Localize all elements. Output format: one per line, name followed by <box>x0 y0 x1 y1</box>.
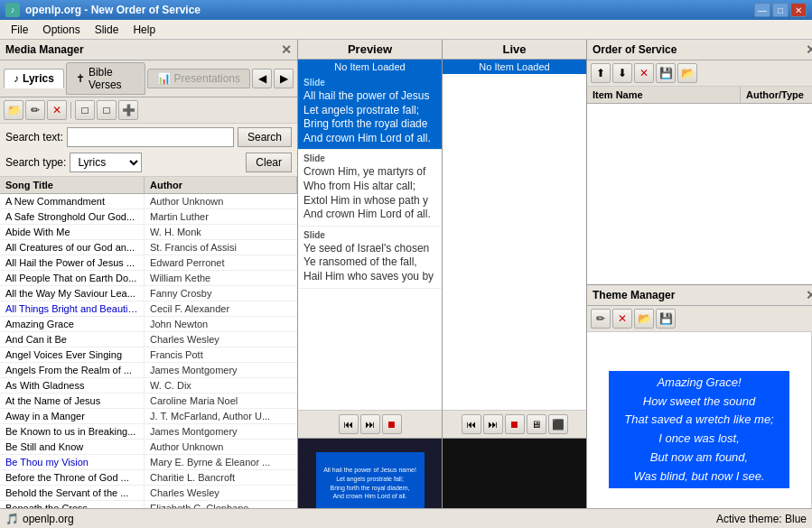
live-screen-button[interactable]: 🖥 <box>527 414 546 434</box>
song-row[interactable]: Be Known to us in Breaking... James Mont… <box>0 424 297 440</box>
song-author: W. C. Dix <box>145 378 297 393</box>
delete-button[interactable]: ✕ <box>47 100 67 120</box>
slides-list[interactable]: SlideAll hail the power of JesusLet ange… <box>298 74 442 410</box>
slide-item[interactable]: SlideCrown Him, ye martyrs ofWho from Hi… <box>298 150 442 226</box>
song-row[interactable]: Angel Voices Ever Singing Francis Pott <box>0 347 297 363</box>
theme-save-button[interactable]: 💾 <box>656 309 676 329</box>
oos-columns: Item Name Author/Type <box>587 87 812 104</box>
song-author: John Newton <box>145 317 297 331</box>
live-stop-button[interactable]: ⏹ <box>505 414 525 434</box>
song-row[interactable]: All the Way My Saviour Lea... Fanny Cros… <box>0 286 297 301</box>
menu-options[interactable]: Options <box>35 22 87 38</box>
slide-label: Slide <box>303 153 436 163</box>
song-title: A New Commandment <box>0 194 145 208</box>
song-row[interactable]: Be Thou my Vision Mary E. Byrne & Eleano… <box>0 455 297 470</box>
song-row[interactable]: All Hail the Power of Jesus ... Edward P… <box>0 255 297 271</box>
right-stack: Order of Service ✕ ⬆ ⬇ ✕ 💾 📂 Item Name A… <box>587 40 812 528</box>
song-title: Before the Throne of God ... <box>0 470 145 485</box>
song-title: A Safe Stronghold Our God... <box>0 209 145 224</box>
media-manager-close[interactable]: ✕ <box>281 42 292 57</box>
slide-item[interactable]: SlideAll hail the power of JesusLet ange… <box>298 74 442 150</box>
preview-panel: Preview No Item Loaded SlideAll hail the… <box>298 40 443 528</box>
toolbar-separator-1 <box>70 102 71 118</box>
menu-help[interactable]: Help <box>126 22 163 38</box>
nav-next-button[interactable]: ▶ <box>274 69 294 88</box>
oos-up-button[interactable]: ⬆ <box>591 63 611 83</box>
live-blank-button[interactable]: ⬛ <box>548 414 568 434</box>
theme-edit-button[interactable]: ✏ <box>591 309 611 329</box>
song-row[interactable]: All People That on Earth Do... William K… <box>0 271 297 286</box>
theme-title: Theme Manager <box>593 289 675 301</box>
theme-delete-button[interactable]: ✕ <box>612 309 632 329</box>
search-type-row: Search type: Lyrics Author Theme Clear <box>0 151 297 176</box>
maximize-button[interactable]: □ <box>772 3 789 17</box>
live-button[interactable]: □ <box>97 100 117 120</box>
song-author: Martin Luther <box>145 209 297 224</box>
clear-button[interactable]: Clear <box>246 153 292 172</box>
active-theme-label: Active theme: Blue <box>716 513 807 525</box>
oos-content <box>587 104 812 284</box>
song-author: Caroline Maria Noel <box>145 394 297 408</box>
tab-presentations[interactable]: 📊 Presentations <box>147 69 250 88</box>
title-bar: ♪ openlp.org - New Order of Service — □ … <box>0 0 812 20</box>
oos-down-button[interactable]: ⬇ <box>612 63 632 83</box>
song-row[interactable]: Behold the Servant of the ... Charles We… <box>0 486 297 501</box>
song-title: All the Way My Saviour Lea... <box>0 286 145 301</box>
song-row[interactable]: A New Commandment Author Unknown <box>0 194 297 209</box>
next-slide-button[interactable]: ⏭ <box>360 414 380 434</box>
live-next-button[interactable]: ⏭ <box>483 414 503 434</box>
preview-no-item: No Item Loaded <box>298 60 442 74</box>
song-row[interactable]: Abide With Me W. H. Monk <box>0 225 297 240</box>
oos-close[interactable]: ✕ <box>806 42 812 57</box>
song-row[interactable]: As With Gladness W. C. Dix <box>0 378 297 394</box>
menu-file[interactable]: File <box>4 22 35 38</box>
tab-lyrics-label: Lyrics <box>23 72 54 85</box>
song-row[interactable]: Before the Throne of God ... Charitie L.… <box>0 470 297 486</box>
song-row[interactable]: Be Still and Know Author Unknown <box>0 440 297 455</box>
menu-slide[interactable]: Slide <box>88 22 126 38</box>
song-title: All Things Bright and Beautiful <box>0 301 145 316</box>
search-type-label: Search type: <box>5 156 66 169</box>
stop-button[interactable]: ⏹ <box>382 414 402 434</box>
song-list-header: Song Title Author <box>0 176 297 194</box>
song-row[interactable]: A Safe Stronghold Our God... Martin Luth… <box>0 209 297 225</box>
song-row[interactable]: Away in a Manger J. T. McFarland, Author… <box>0 409 297 424</box>
song-row[interactable]: At the Name of Jesus Caroline Maria Noel <box>0 394 297 409</box>
preview-button[interactable]: □ <box>75 100 95 120</box>
search-button[interactable]: Search <box>238 127 292 147</box>
song-row[interactable]: Amazing Grace John Newton <box>0 317 297 332</box>
col-header-author: Author <box>145 177 297 193</box>
slide-text: Crown Him, ye martyrs ofWho from His alt… <box>303 165 436 221</box>
slide-text: All hail the power of JesusLet angels pr… <box>303 89 436 145</box>
search-input[interactable] <box>67 127 234 147</box>
main-container: Media Manager ✕ ♪ Lyrics ✝ Bible Verses … <box>0 40 812 528</box>
search-label: Search text: <box>5 131 63 144</box>
tab-bible-verses[interactable]: ✝ Bible Verses <box>66 62 145 95</box>
edit-button[interactable]: ✏ <box>25 100 45 120</box>
pres-icon: 📊 <box>157 72 171 85</box>
song-row[interactable]: Angels From the Realm of ... James Montg… <box>0 363 297 378</box>
oos-delete-button[interactable]: ✕ <box>634 63 654 83</box>
nav-prev-button[interactable]: ◀ <box>252 69 272 88</box>
tab-lyrics[interactable]: ♪ Lyrics <box>4 69 64 88</box>
search-type-select[interactable]: Lyrics Author Theme <box>70 153 142 172</box>
slide-label: Slide <box>303 78 436 88</box>
app-icon: ♪ <box>5 3 20 17</box>
add-button[interactable]: ➕ <box>118 100 138 120</box>
song-title: Amazing Grace <box>0 317 145 331</box>
song-row[interactable]: All Creatures of our God an... St. Franc… <box>0 240 297 255</box>
slide-item[interactable]: SlideYe seed of Israel's chosenYe ransom… <box>298 227 442 289</box>
oos-save-button[interactable]: 💾 <box>656 63 676 83</box>
song-row[interactable]: All Things Bright and Beautiful Cecil F.… <box>0 301 297 317</box>
theme-close[interactable]: ✕ <box>806 288 812 302</box>
theme-open-button[interactable]: 📂 <box>634 309 654 329</box>
live-prev-button[interactable]: ⏮ <box>462 414 481 434</box>
song-author: Edward Perronet <box>145 255 297 270</box>
open-folder-button[interactable]: 📁 <box>4 100 23 120</box>
minimize-button[interactable]: — <box>754 3 770 17</box>
oos-open-button[interactable]: 📂 <box>677 63 697 83</box>
song-row[interactable]: And Can it Be Charles Wesley <box>0 332 297 347</box>
song-author: James Montgomery <box>145 424 297 439</box>
close-button[interactable]: ✕ <box>790 3 807 17</box>
prev-slide-button[interactable]: ⏮ <box>339 414 359 434</box>
